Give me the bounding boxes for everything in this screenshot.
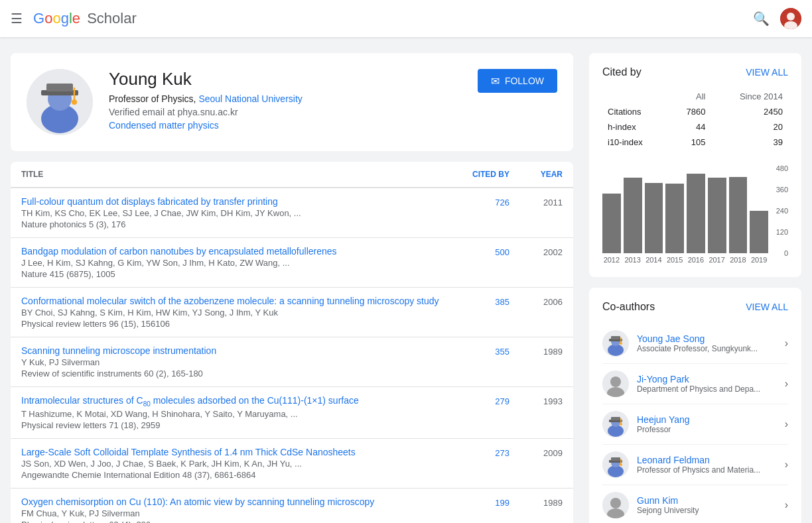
paper-cited[interactable]: 199 bbox=[443, 496, 509, 508]
list-item[interactable]: Ji-Yong Park Department of Physics and D… bbox=[602, 364, 788, 404]
avatar[interactable] bbox=[780, 8, 801, 29]
chart-bar[interactable] bbox=[687, 174, 705, 253]
list-item[interactable]: Young Jae Song Associate Professor, Sung… bbox=[602, 323, 788, 364]
coauthor-avatar bbox=[602, 371, 629, 397]
follow-button[interactable]: ✉ FOLLOW bbox=[478, 69, 557, 93]
stats-col-since: Since 2014 bbox=[710, 89, 788, 104]
paper-cited[interactable]: 273 bbox=[443, 447, 509, 458]
paper-content: Conformational molecular switch of the a… bbox=[21, 296, 443, 329]
table-row: Conformational molecular switch of the a… bbox=[11, 288, 573, 337]
chart-year-label: 2012 bbox=[602, 256, 621, 264]
cited-by-view-all[interactable]: VIEW ALL bbox=[746, 67, 788, 78]
stats-row: h-index 44 20 bbox=[602, 119, 788, 135]
paper-authors: J Lee, H Kim, SJ Kahng, G Kim, YW Son, J… bbox=[21, 258, 443, 268]
table-row: Bandgap modulation of carbon nanotubes b… bbox=[11, 238, 573, 288]
chart-bar[interactable] bbox=[729, 177, 748, 253]
coauthor-info: Ji-Yong Park Department of Physics and D… bbox=[637, 374, 777, 394]
svg-point-9 bbox=[72, 99, 77, 105]
paper-journal: Angewandte Chemie International Edition … bbox=[21, 470, 443, 480]
stats-since: 20 bbox=[710, 119, 788, 135]
list-item[interactable]: Heejun Yang Professor › bbox=[602, 404, 788, 445]
cited-by-header: Cited by VIEW ALL bbox=[602, 66, 788, 78]
paper-title[interactable]: Full-colour quantum dot displays fabrica… bbox=[21, 196, 443, 207]
stats-since: 2450 bbox=[710, 104, 788, 119]
paper-authors: FM Chua, Y Kuk, PJ Silverman bbox=[21, 508, 443, 518]
stats-label: h-index bbox=[602, 119, 668, 135]
profile-tag[interactable]: Condensed matter physics bbox=[109, 120, 219, 131]
paper-journal: Physical review letters 96 (15), 156106 bbox=[21, 319, 443, 329]
svg-point-16 bbox=[620, 342, 622, 345]
chart-bar[interactable] bbox=[750, 211, 768, 253]
coauthor-name: Ji-Yong Park bbox=[637, 374, 777, 384]
paper-year: 2009 bbox=[509, 447, 563, 458]
paper-title[interactable]: Large-Scale Soft Colloidal Template Synt… bbox=[21, 447, 443, 457]
logo-e: e bbox=[72, 10, 80, 27]
cited-by-section: Cited by VIEW ALL All Since 2014 Citatio… bbox=[589, 53, 801, 277]
paper-title[interactable]: Bandgap modulation of carbon nanotubes b… bbox=[21, 246, 443, 257]
coauthor-avatar bbox=[602, 451, 629, 478]
university-link[interactable]: Seoul National University bbox=[198, 93, 302, 104]
chevron-right-icon: › bbox=[785, 337, 788, 349]
col-year-header[interactable]: YEAR bbox=[509, 170, 563, 179]
chevron-right-icon: › bbox=[785, 378, 788, 390]
paper-cited[interactable]: 385 bbox=[443, 296, 509, 307]
chart-y-axis: 4803602401200 bbox=[768, 160, 788, 253]
list-item[interactable]: Gunn Kim Sejong University › bbox=[602, 485, 788, 523]
paper-subscript: 80 bbox=[143, 400, 151, 408]
chart-bar[interactable] bbox=[665, 184, 684, 253]
coauthors-section: Co-authors VIEW ALL Young Jae Song Assoc… bbox=[589, 288, 801, 523]
chart-year-label: 2017 bbox=[708, 256, 726, 264]
search-icon[interactable]: 🔍 bbox=[753, 11, 770, 27]
paper-year: 1993 bbox=[509, 395, 563, 406]
coauthors-view-all[interactable]: VIEW ALL bbox=[746, 302, 788, 312]
chart-year-label: 2015 bbox=[665, 256, 684, 264]
coauthor-avatar bbox=[602, 330, 629, 357]
paper-authors: Y Kuk, PJ Silverman bbox=[21, 357, 443, 367]
list-item[interactable]: Leonard Feldman Professor of Physics and… bbox=[602, 445, 788, 485]
chart-bar[interactable] bbox=[602, 194, 621, 253]
paper-title[interactable]: Scanning tunneling microscope instrument… bbox=[21, 345, 443, 356]
chevron-right-icon: › bbox=[785, 459, 788, 471]
paper-cited[interactable]: 279 bbox=[443, 395, 509, 406]
col-cited-header[interactable]: CITED BY bbox=[443, 170, 509, 179]
stats-since: 39 bbox=[710, 135, 788, 150]
coauthor-affil: Professor bbox=[637, 425, 777, 434]
chevron-right-icon: › bbox=[785, 499, 788, 511]
profile-info: Young Kuk Professor of Physics, Seoul Na… bbox=[109, 69, 462, 131]
profile-avatar bbox=[27, 69, 93, 135]
chart-bar[interactable] bbox=[708, 178, 726, 253]
chart-y-tick: 0 bbox=[784, 249, 788, 257]
svg-rect-14 bbox=[611, 336, 620, 339]
paper-content: Scanning tunneling microscope instrument… bbox=[21, 345, 443, 378]
paper-year: 2011 bbox=[509, 196, 563, 207]
paper-cited[interactable]: 355 bbox=[443, 345, 509, 357]
chart-y-tick: 360 bbox=[776, 186, 788, 194]
logo-scholar: Scholar bbox=[83, 10, 137, 27]
logo-o1: o bbox=[44, 10, 52, 27]
chart-bar[interactable] bbox=[624, 178, 642, 253]
chart-bar[interactable] bbox=[645, 183, 663, 253]
paper-title[interactable]: Oxygen chemisorption on Cu (110): An ato… bbox=[21, 496, 443, 507]
svg-point-18 bbox=[610, 377, 621, 387]
coauthors-header: Co-authors VIEW ALL bbox=[602, 301, 788, 313]
paper-journal: Nature photonics 5 (3), 176 bbox=[21, 219, 443, 229]
svg-rect-24 bbox=[611, 417, 620, 420]
chart-bars bbox=[602, 160, 768, 253]
coauthor-affil: Professor of Physics and Materia... bbox=[637, 465, 777, 475]
paper-title[interactable]: Conformational molecular switch of the a… bbox=[21, 296, 443, 306]
paper-title[interactable]: Intramolecular structures of C80 molecul… bbox=[21, 395, 443, 408]
paper-journal: Review of scientific instruments 60 (2),… bbox=[21, 369, 443, 378]
coauthor-name: Gunn Kim bbox=[637, 495, 777, 506]
paper-cited[interactable]: 726 bbox=[443, 196, 509, 207]
paper-authors: JS Son, XD Wen, J Joo, J Chae, S Baek, K… bbox=[21, 459, 443, 469]
paper-cited[interactable]: 500 bbox=[443, 246, 509, 257]
chart-year-label: 2019 bbox=[750, 256, 768, 264]
table-row: Oxygen chemisorption on Cu (110): An ato… bbox=[11, 489, 573, 523]
paper-journal: Nature 415 (6875), 1005 bbox=[21, 269, 443, 279]
coauthor-affil: Department of Physics and Depa... bbox=[637, 384, 777, 394]
table-row: Intramolecular structures of C80 molecul… bbox=[11, 387, 573, 439]
svg-point-1 bbox=[787, 13, 795, 21]
profile-section: Young Kuk Professor of Physics, Seoul Na… bbox=[11, 53, 573, 151]
col-title-header: TITLE bbox=[21, 170, 443, 179]
menu-icon[interactable]: ☰ bbox=[11, 11, 23, 27]
